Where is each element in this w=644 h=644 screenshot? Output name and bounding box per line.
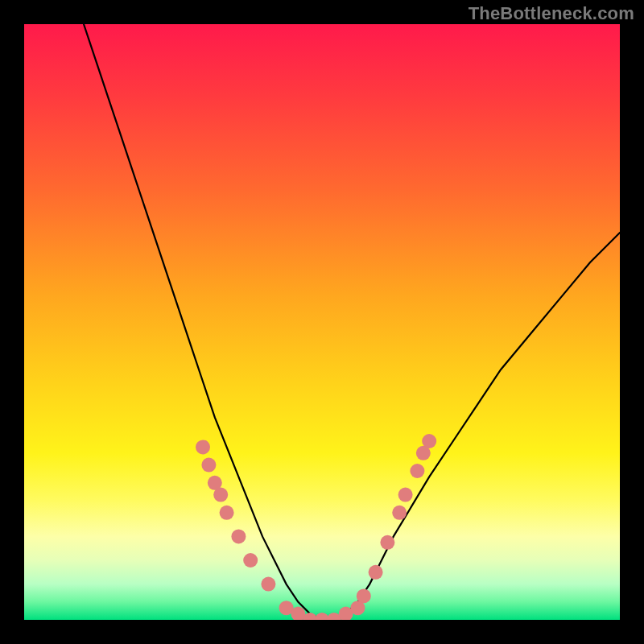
data-dot [410,464,424,478]
bottleneck-curve [84,24,620,620]
data-dot [201,458,216,473]
plot-area [24,24,620,620]
chart-frame: TheBottleneck.com [0,0,644,644]
data-dot [369,565,383,580]
data-dot [380,535,394,550]
watermark-text: TheBottleneck.com [469,3,634,24]
data-dot [398,488,413,502]
data-dot [392,506,407,520]
data-dot [196,440,210,454]
data-dot [357,588,371,603]
data-dot [422,434,436,448]
data-dot [243,553,258,568]
data-dot [261,577,275,592]
data-dot [213,488,228,502]
data-dot [220,506,234,520]
curve-svg [24,24,620,620]
data-dot [231,529,246,543]
